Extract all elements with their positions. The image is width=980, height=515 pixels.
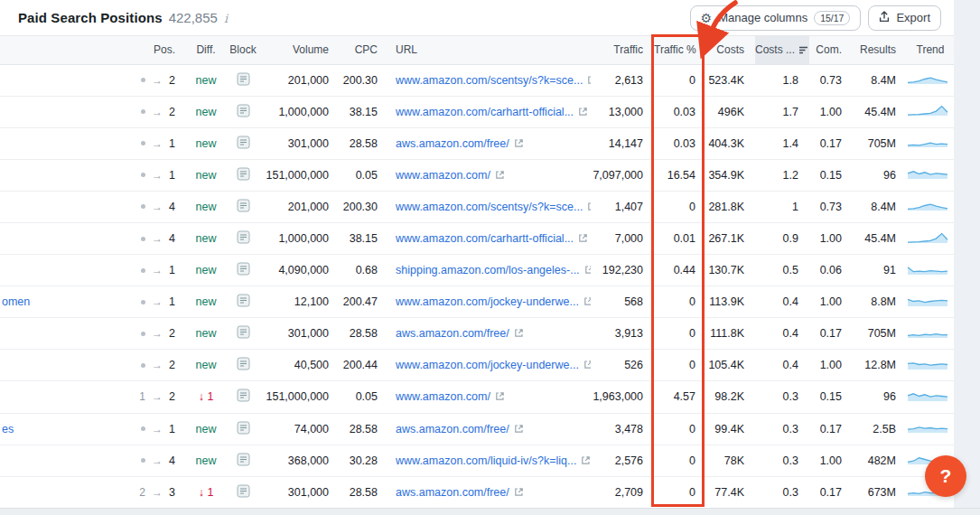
col-header-volume[interactable]: Volume xyxy=(260,36,340,64)
col-header-traffic-pct[interactable]: Traffic % xyxy=(654,36,706,64)
url-link[interactable]: shipping.amazon.com/los-angeles-... xyxy=(396,264,580,276)
external-link-icon[interactable] xyxy=(583,74,591,87)
keyword-cell[interactable] xyxy=(0,445,134,476)
keyword-cell[interactable] xyxy=(0,127,134,159)
keyword-cell[interactable] xyxy=(0,476,134,508)
costs-pct-cell: 1 xyxy=(755,191,809,222)
url-link[interactable]: www.amazon.com/liquid-iv/s?k=liq... xyxy=(396,454,576,467)
external-link-icon[interactable] xyxy=(574,232,588,245)
col-header-costs[interactable]: Costs xyxy=(706,36,755,64)
volume-cell: 301,000 xyxy=(260,476,340,508)
block-icon[interactable] xyxy=(226,159,260,191)
export-button[interactable]: Export xyxy=(868,5,941,31)
col-header-pos[interactable]: Pos. xyxy=(134,36,186,64)
url-link[interactable]: www.amazon.com/jockey-underwe... xyxy=(396,295,579,308)
keyword-cell[interactable] xyxy=(0,318,134,350)
results-cell: 8.4M xyxy=(853,64,907,96)
keyword-cell[interactable] xyxy=(0,255,134,286)
block-icon[interactable] xyxy=(226,476,260,508)
url-link[interactable]: aws.amazon.com/free/ xyxy=(396,137,509,150)
external-link-icon[interactable] xyxy=(576,454,591,467)
com-cell: 0.17 xyxy=(809,318,853,350)
block-icon[interactable] xyxy=(226,318,260,350)
col-header-costs-sorted[interactable]: Costs ... xyxy=(755,36,809,64)
url-link[interactable]: www.amazon.com/jockey-underwe... xyxy=(396,359,579,371)
keyword-cell[interactable] xyxy=(0,191,134,222)
keyword-cell[interactable] xyxy=(0,64,134,96)
traffic-cell: 3,478 xyxy=(591,413,654,445)
help-button[interactable]: ? xyxy=(925,455,966,497)
url-link[interactable]: www.amazon.com/ xyxy=(396,169,490,182)
volume-cell: 301,000 xyxy=(260,318,340,350)
url-link[interactable]: www.amazon.com/scentsy/s?k=sce... xyxy=(396,74,583,87)
block-icon[interactable] xyxy=(226,222,260,254)
col-header-traffic[interactable]: Traffic xyxy=(591,36,654,64)
com-cell: 1.00 xyxy=(809,222,853,254)
col-header-diff[interactable]: Diff. xyxy=(186,36,226,64)
costs-cell: 77.4K xyxy=(706,476,755,508)
url-link[interactable]: aws.amazon.com/free/ xyxy=(396,327,509,340)
external-link-icon[interactable] xyxy=(509,137,524,150)
keyword-cell[interactable] xyxy=(0,96,134,127)
col-header-block[interactable]: Block xyxy=(226,36,260,64)
external-link-icon[interactable] xyxy=(509,327,524,340)
traffic-pct-cell: 0 xyxy=(654,318,706,350)
external-link-icon[interactable] xyxy=(574,106,588,118)
position-to: 1 xyxy=(169,264,175,276)
col-header-cpc[interactable]: CPC xyxy=(340,36,388,64)
keyword-cell[interactable] xyxy=(0,222,134,254)
trend-sparkline xyxy=(907,191,954,222)
results-cell: 705M xyxy=(853,318,907,350)
keyword-cell[interactable] xyxy=(0,159,134,191)
keyword-cell[interactable] xyxy=(0,350,134,381)
url-link[interactable]: aws.amazon.com/free/ xyxy=(396,486,509,499)
external-link-icon[interactable] xyxy=(579,295,591,308)
block-icon[interactable] xyxy=(226,445,260,476)
col-header-results[interactable]: Results xyxy=(853,36,907,64)
col-header-url[interactable]: URL xyxy=(388,36,591,64)
block-icon[interactable] xyxy=(226,255,260,286)
horizontal-scrollbar[interactable] xyxy=(0,508,980,515)
keyword-cell[interactable]: es xyxy=(0,413,134,445)
info-icon[interactable]: i xyxy=(224,12,228,25)
external-link-icon[interactable] xyxy=(490,169,505,182)
external-link-icon[interactable] xyxy=(579,359,591,371)
col-header-com[interactable]: Com. xyxy=(809,36,853,64)
traffic-cell: 526 xyxy=(591,350,654,381)
volume-cell: 12,100 xyxy=(260,286,340,318)
block-icon[interactable] xyxy=(226,127,260,159)
url-cell: aws.amazon.com/free/ xyxy=(388,476,591,508)
external-link-icon[interactable] xyxy=(583,201,591,213)
traffic-cell: 2,613 xyxy=(591,64,654,96)
external-link-icon[interactable] xyxy=(509,423,524,435)
keyword-cell[interactable] xyxy=(0,381,134,413)
block-icon[interactable] xyxy=(226,381,260,413)
url-link[interactable]: www.amazon.com/carhartt-official... xyxy=(396,232,574,245)
block-icon[interactable] xyxy=(226,64,260,96)
costs-pct-cell: 0.3 xyxy=(755,381,809,413)
url-cell: www.amazon.com/liquid-iv/s?k=liq... xyxy=(388,445,591,476)
url-link[interactable]: aws.amazon.com/free/ xyxy=(396,423,509,435)
block-icon[interactable] xyxy=(226,350,260,381)
traffic-cell: 192,230 xyxy=(591,255,654,286)
block-icon[interactable] xyxy=(226,96,260,127)
url-cell: www.amazon.com/ xyxy=(388,159,591,191)
url-link[interactable]: www.amazon.com/scentsy/s?k=sce... xyxy=(396,201,583,213)
url-cell: www.amazon.com/ xyxy=(388,381,591,413)
block-icon[interactable] xyxy=(226,191,260,222)
external-link-icon[interactable] xyxy=(490,390,505,403)
external-link-icon[interactable] xyxy=(580,264,591,276)
traffic-cell: 1,963,000 xyxy=(591,381,654,413)
url-link[interactable]: www.amazon.com/carhartt-official... xyxy=(396,106,574,118)
manage-columns-button[interactable]: ⚙ Manage columns 15/17 xyxy=(690,5,862,31)
diff-cell: new xyxy=(186,127,226,159)
cpc-cell: 200.30 xyxy=(340,191,388,222)
position-cell: →2 xyxy=(134,96,186,127)
keyword-cell[interactable]: omen xyxy=(0,286,134,318)
costs-cell: 281.8K xyxy=(706,191,755,222)
external-link-icon[interactable] xyxy=(509,486,524,499)
results-cell: 482M xyxy=(853,445,907,476)
url-link[interactable]: www.amazon.com/ xyxy=(396,390,490,403)
block-icon[interactable] xyxy=(226,286,260,318)
block-icon[interactable] xyxy=(226,413,260,445)
